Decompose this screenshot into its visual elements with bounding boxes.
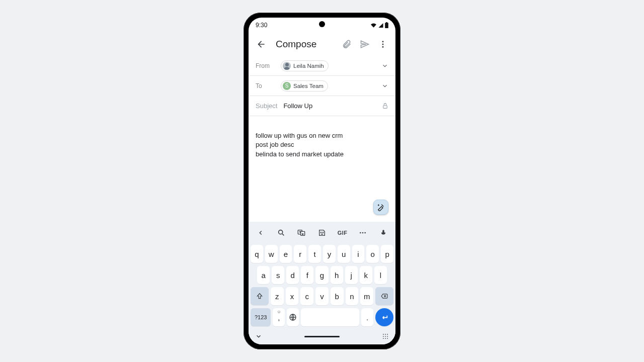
send-button[interactable] xyxy=(357,37,372,52)
to-row[interactable]: To S Sales Team xyxy=(249,76,395,96)
key-r[interactable]: r xyxy=(294,245,306,263)
status-right xyxy=(370,22,388,28)
key-v[interactable]: v xyxy=(315,287,329,305)
key-enter[interactable] xyxy=(375,308,393,326)
from-row[interactable]: From Leila Namih xyxy=(249,56,395,76)
key-i[interactable]: i xyxy=(352,245,365,263)
to-label: To xyxy=(256,82,277,89)
key-period[interactable]: . xyxy=(361,308,373,326)
kb-back-icon[interactable] xyxy=(254,226,268,240)
keyboard-row-4: ?123 ☺ , . xyxy=(251,308,393,326)
key-j[interactable]: j xyxy=(345,266,358,284)
keyboard-toolbar: GIF xyxy=(251,225,393,242)
attach-button[interactable] xyxy=(339,37,354,52)
subject-row[interactable]: Subject Follow Up xyxy=(249,96,395,116)
keyboard-row-2: a s d f g h j k l xyxy=(251,266,393,284)
backspace-icon xyxy=(380,293,389,300)
wifi-icon xyxy=(370,23,377,28)
lock-icon xyxy=(382,103,388,109)
svg-point-18 xyxy=(387,336,388,337)
key-c[interactable]: c xyxy=(300,287,313,305)
kb-gif-button[interactable]: GIF xyxy=(336,226,350,240)
chevron-down-icon[interactable] xyxy=(381,62,388,69)
smart-compose-fab[interactable] xyxy=(373,200,388,215)
email-body[interactable]: follow up with gus on new crm post job d… xyxy=(249,116,395,222)
key-n[interactable]: n xyxy=(346,287,359,305)
shift-icon xyxy=(256,293,263,300)
chevron-down-icon[interactable] xyxy=(381,82,388,89)
key-e[interactable]: e xyxy=(280,245,292,263)
svg-point-13 xyxy=(383,334,384,335)
paperclip-icon xyxy=(342,39,352,49)
svg-point-21 xyxy=(387,338,388,339)
key-u[interactable]: u xyxy=(338,245,350,263)
kb-more-icon[interactable] xyxy=(356,226,370,240)
to-avatar: S xyxy=(283,82,291,90)
gesture-handle[interactable] xyxy=(304,336,340,337)
screen: 9:30 Compose Fro xyxy=(249,18,395,344)
kb-mic-icon[interactable] xyxy=(376,226,390,240)
key-f[interactable]: f xyxy=(301,266,313,284)
keyboard-row-3: z x c v b n m xyxy=(251,287,393,305)
svg-point-15 xyxy=(387,334,388,335)
key-symbols[interactable]: ?123 xyxy=(251,308,271,326)
key-a[interactable]: a xyxy=(257,266,270,284)
back-button[interactable] xyxy=(254,37,269,52)
svg-point-19 xyxy=(383,338,384,339)
svg-point-20 xyxy=(385,338,386,339)
key-d[interactable]: d xyxy=(286,266,299,284)
key-m[interactable]: m xyxy=(360,287,373,305)
svg-point-0 xyxy=(382,41,384,42)
subject-input[interactable]: Follow Up xyxy=(283,102,312,110)
key-w[interactable]: w xyxy=(265,245,278,263)
to-name: Sales Team xyxy=(293,83,324,89)
status-time: 9:30 xyxy=(256,22,267,29)
phone-frame: 9:30 Compose Fro xyxy=(244,13,400,349)
key-t[interactable]: t xyxy=(308,245,321,263)
to-chip[interactable]: S Sales Team xyxy=(281,80,328,92)
globe-icon xyxy=(289,313,297,321)
from-chip[interactable]: Leila Namih xyxy=(281,60,329,71)
key-h[interactable]: h xyxy=(331,266,343,284)
key-x[interactable]: x xyxy=(286,287,299,305)
more-button[interactable] xyxy=(375,37,390,52)
kb-search-icon[interactable] xyxy=(274,226,288,240)
kb-translate-icon[interactable] xyxy=(294,226,308,240)
key-shift[interactable] xyxy=(251,287,269,305)
key-l[interactable]: l xyxy=(374,266,387,284)
kb-grid-icon[interactable] xyxy=(380,331,390,341)
key-o[interactable]: o xyxy=(366,245,379,263)
kb-collapse-icon[interactable] xyxy=(254,331,264,341)
key-s[interactable]: s xyxy=(272,266,284,284)
magic-pen-icon xyxy=(377,203,385,211)
key-backspace[interactable] xyxy=(375,287,393,305)
kb-sticker-icon[interactable] xyxy=(315,226,329,240)
key-comma[interactable]: ☺ , xyxy=(273,308,285,326)
from-avatar xyxy=(283,62,291,70)
emoji-hint-icon: ☺ xyxy=(277,309,281,314)
key-p[interactable]: p xyxy=(381,245,393,263)
key-language[interactable] xyxy=(287,308,299,326)
key-k[interactable]: k xyxy=(360,266,372,284)
key-y[interactable]: y xyxy=(323,245,336,263)
svg-point-10 xyxy=(362,232,364,234)
arrow-back-icon xyxy=(256,39,266,49)
key-space[interactable] xyxy=(301,308,359,326)
key-z[interactable]: z xyxy=(271,287,284,305)
svg-point-11 xyxy=(365,232,366,234)
from-name: Leila Namih xyxy=(293,63,324,69)
key-q[interactable]: q xyxy=(251,245,263,263)
page-title: Compose xyxy=(276,39,316,50)
key-b[interactable]: b xyxy=(331,287,344,305)
svg-point-14 xyxy=(385,334,386,335)
body-text: follow up with gus on new crm post job d… xyxy=(256,132,344,157)
svg-rect-6 xyxy=(301,231,305,235)
svg-rect-3 xyxy=(383,106,387,108)
svg-point-16 xyxy=(383,336,384,337)
enter-icon xyxy=(380,313,388,321)
send-icon xyxy=(360,39,370,49)
battery-icon xyxy=(385,22,388,28)
key-g[interactable]: g xyxy=(315,266,328,284)
keyboard-row-1: q w e r t y u i o p xyxy=(251,245,393,263)
svg-point-17 xyxy=(385,336,386,337)
